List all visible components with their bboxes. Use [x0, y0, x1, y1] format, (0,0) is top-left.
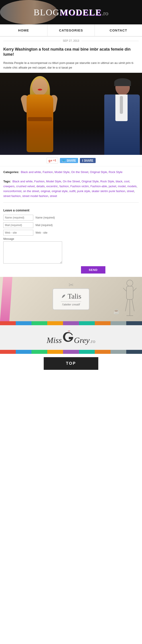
color-strip-item: [79, 321, 95, 325]
tags-label: Tags:: [3, 180, 11, 183]
missgrey-part2: Grey: [74, 336, 90, 345]
gplus-button[interactable]: g+ +1: [46, 158, 58, 164]
top-button[interactable]: TOP: [44, 357, 98, 370]
site-header: BLOG MODELE .ro: [0, 0, 142, 24]
tag-link[interactable]: Fashion victim: [70, 184, 89, 188]
tags-section: Tags: Black and white, Fashion, Model St…: [0, 176, 142, 200]
color-strip-item: [63, 321, 79, 325]
color-strip-item: [47, 350, 63, 354]
tag-link[interactable]: skater skirtm punk fashion: [92, 190, 125, 193]
color-strip-item: [0, 350, 16, 354]
color-strip-item: [0, 321, 16, 325]
mannequin-icon: [121, 279, 139, 320]
tag-link[interactable]: excentric: [46, 184, 58, 188]
tag-link[interactable]: on the street: [23, 190, 39, 193]
facebook-button[interactable]: f SHARE: [80, 158, 96, 163]
tag-link[interactable]: Black and white: [12, 180, 32, 183]
meta-divider: [3, 202, 139, 202]
message-textarea[interactable]: [3, 241, 62, 264]
fancy-g-icon: [62, 331, 74, 343]
send-button[interactable]: SEND: [81, 266, 106, 274]
tag-link[interactable]: original style: [52, 190, 68, 193]
tag-link[interactable]: Rock Style: [100, 180, 114, 183]
categories-links: Black and white, Fashion, Model Style, O…: [21, 170, 122, 174]
name-field-group: Name (required): [3, 215, 139, 220]
mail-field-group: Mail (required): [3, 222, 139, 228]
main-nav: HOME CATEGORIES CONTACT: [0, 24, 142, 36]
color-strip-item: [110, 321, 126, 325]
color-strip-item: [110, 350, 126, 354]
svg-line-3: [133, 288, 136, 291]
svg-point-0: [127, 280, 133, 286]
category-link[interactable]: Model Style: [54, 170, 70, 174]
color-strip-item: [79, 350, 95, 354]
tag-link[interactable]: outfit: [69, 190, 76, 193]
color-strip-item: [126, 350, 142, 354]
tag-link[interactable]: street fashion: [3, 194, 21, 198]
tag-link[interactable]: black: [116, 180, 122, 183]
category-link[interactable]: Fashion: [42, 170, 53, 174]
color-strip-item: [16, 350, 32, 354]
tag-link[interactable]: Model Style: [46, 180, 61, 183]
tag-link[interactable]: details: [36, 184, 45, 188]
twitter-icon: 🐦: [62, 159, 66, 162]
tag-link[interactable]: Fashion-able: [90, 184, 107, 188]
tag-link[interactable]: cool: [124, 180, 129, 183]
name-input[interactable]: [3, 215, 33, 220]
svg-rect-1: [126, 286, 133, 300]
tag-link[interactable]: creepers: [3, 184, 15, 188]
categories-section: Categories: Black and white, Fashion, Mo…: [0, 166, 142, 176]
category-link[interactable]: Black and white: [21, 170, 41, 174]
article-title: Kerry Washington a fost numita cea mai b…: [0, 45, 142, 60]
color-strip-item: [95, 350, 110, 354]
svg-point-7: [68, 331, 70, 332]
talis-leaf-icon: [61, 294, 66, 299]
missgrey-ro: .ro: [90, 338, 96, 344]
logo-modele: MODELE: [60, 7, 102, 18]
name-label: Name (required): [36, 216, 55, 219]
tag-link[interactable]: Original Style: [82, 180, 98, 183]
color-strip-item: [63, 350, 79, 354]
nav-home[interactable]: HOME: [0, 24, 48, 36]
tag-link[interactable]: model: [118, 184, 126, 188]
nav-categories[interactable]: CATEGORIES: [48, 24, 95, 36]
message-label: Message: [3, 237, 139, 240]
twitter-button[interactable]: 🐦 SHARE: [60, 158, 78, 163]
article-date: SEP 27, 2013: [0, 36, 142, 45]
category-link[interactable]: On the Street: [71, 170, 88, 174]
nav-contact[interactable]: CONTACT: [95, 24, 142, 36]
tag-link[interactable]: street: [127, 190, 134, 193]
tag-link[interactable]: crushed velvet: [16, 184, 35, 188]
category-link[interactable]: Original Style: [90, 170, 107, 174]
missgrey-banner[interactable]: Miss Grey .ro: [0, 325, 142, 350]
tags-links: Black and white, Fashion, Model Style, O…: [3, 180, 137, 198]
tag-link[interactable]: nonconformist: [3, 190, 22, 193]
color-strip-item: [126, 321, 142, 325]
comment-section: Leave a comment Name (required) Mail (re…: [0, 205, 142, 277]
tag-link[interactable]: street: [50, 194, 57, 198]
sewing-machine-icon: ✂: [68, 281, 74, 288]
color-strip-2: [0, 350, 142, 354]
mail-input[interactable]: [3, 222, 33, 228]
tag-link[interactable]: models: [127, 184, 137, 188]
talis-box: Talis l'atelier creatif: [52, 288, 90, 310]
tag-link[interactable]: street model fashion: [22, 194, 48, 198]
color-strip-item: [16, 321, 32, 325]
tag-link[interactable]: fashion: [60, 184, 69, 188]
web-input[interactable]: [3, 230, 33, 236]
talis-sub: l'atelier creatif: [61, 302, 82, 306]
web-label: Web - site: [36, 231, 48, 234]
gplus-icon: g+: [48, 158, 52, 162]
tag-link[interactable]: punk style: [77, 190, 90, 193]
tag-link[interactable]: jacket: [109, 184, 116, 188]
tag-link[interactable]: original: [40, 190, 50, 193]
talis-banner[interactable]: ✂ Talis l'atelier creatif ☕: [0, 277, 142, 321]
category-link[interactable]: Rock Style: [109, 170, 122, 174]
comment-heading: Leave a comment: [3, 208, 139, 212]
tag-link[interactable]: On the Street: [63, 180, 80, 183]
message-group: Message: [3, 237, 139, 264]
logo-blog: BLOG: [34, 7, 60, 18]
missgrey-G: [62, 331, 74, 346]
missgrey-logo: Miss Grey .ro: [46, 331, 96, 346]
tag-link[interactable]: Fashion: [34, 180, 44, 183]
